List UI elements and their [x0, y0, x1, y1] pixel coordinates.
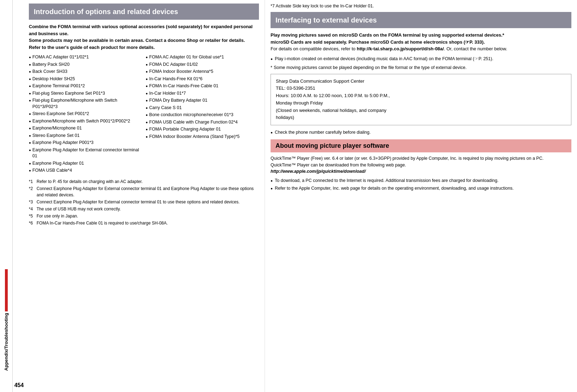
footnote-num: *5 [29, 213, 35, 219]
footnote-text: Refer to P. 45 for details on charging w… [37, 178, 142, 185]
list-item: Stereo Earphone Set P001*2 [29, 111, 142, 117]
footnote-text: FOMA In-Car Hands-Free Cable 01 is requi… [37, 220, 168, 226]
right-section-header: Interfacing to external devices [271, 12, 571, 28]
sidebar-accent-bar [5, 269, 8, 311]
list-item: FOMA USB Cable*4 [29, 167, 142, 174]
list-item: Battery Pack SH20 [29, 62, 142, 68]
left-section-header: Introduction of options and related devi… [29, 4, 259, 20]
list-item: Carry Case S 01 [146, 105, 259, 111]
left-section-title: Introduction of options and related devi… [34, 7, 254, 16]
list-item: Earphone Terminal P001*2 [29, 83, 142, 89]
info-box: Sharp Data Communication Support Center … [271, 74, 571, 126]
about-title: About moving picture player software [275, 142, 566, 150]
footnote-num: *3 [29, 199, 35, 205]
asterisk-marker: * [271, 65, 272, 71]
list-item: FOMA Dry Battery Adapter 01 [146, 97, 259, 104]
footnote-4: *4 The use of USB HUB may not work corre… [29, 206, 259, 212]
list-item: FOMA Portable Charging Adapter 01 [146, 126, 259, 133]
about-header: About moving picture player software [271, 139, 571, 152]
info-line-1: Sharp Data Communication Support Center [276, 78, 566, 85]
list-item: In-Car Holder 01*7 [146, 90, 259, 97]
about-text: QuickTime™ Player (Free) ver. 6.4 or lat… [271, 156, 544, 167]
footnote-3: *3 Connect Earphone Plug Adapter for Ext… [29, 199, 259, 205]
footnote-text: Connect Earphone Plug Adapter for Extern… [37, 199, 240, 205]
main-content: Introduction of options and related devi… [25, 0, 577, 392]
right-intro-line1: Play moving pictures saved on microSD Ca… [271, 32, 504, 38]
footnotes-block: *1 Refer to P. 45 for details on chargin… [29, 178, 259, 226]
options-list-right: FOMA AC Adapter 01 for Global use*1 FOMA… [146, 54, 259, 175]
footnote-text: For use only in Japan. [37, 213, 78, 219]
right-column: *7 Activate Side key lock to use the In-… [265, 0, 577, 392]
asterisk-text: Some moving pictures cannot be played de… [274, 65, 467, 71]
list-item: FOMA USB Cable with Charge Function 02*4 [146, 119, 259, 126]
sidebar: Appendix/Troubleshooting [0, 0, 13, 392]
options-list-left: FOMA AC Adapter 01*1/02*1 Battery Pack S… [29, 54, 142, 175]
list-item: Desktop Holder SH25 [29, 76, 142, 82]
list-item: Flat-plug Earphone/Microphone with Switc… [29, 97, 142, 110]
list-item: Earphone Plug Adapter for External conne… [29, 147, 142, 159]
footnote-text: The use of USB HUB may not work correctl… [37, 206, 121, 212]
about-section: About moving picture player software Qui… [271, 139, 571, 191]
page-number: 454 [14, 382, 24, 388]
list-item: Bone conduction microphone/receiver 01*3 [146, 112, 259, 118]
list-item: FOMA AC Adapter 01*1/02*1 [29, 54, 142, 61]
list-item: FOMA DC Adapter 01/02 [146, 62, 259, 68]
check-bullets: Check the phone number carefully before … [271, 129, 571, 136]
asterisk-note: * Some moving pictures cannot be played … [271, 65, 571, 71]
list-item: FOMA AC Adapter 01 for Global use*1 [146, 54, 259, 61]
about-url: http://www.apple.com/jp/quicktime/downlo… [271, 169, 366, 174]
info-line-5: (Closed on weekends, national holidays, … [276, 107, 566, 114]
info-line-3: Hours: 10:00 A.M. to 12:00 noon, 1:00 P.… [276, 92, 566, 100]
right-intro-block: Play moving pictures saved on microSD Ca… [271, 32, 571, 52]
left-column: Introduction of options and related devi… [25, 0, 265, 392]
list-item: Earphone Plug Adapter P001*3 [29, 140, 142, 146]
footnote-1: *1 Refer to P. 45 for details on chargin… [29, 178, 259, 185]
footnote-2: *2 Connect Earphone Plug Adapter for Ext… [29, 185, 259, 198]
check-bullet-item: Check the phone number carefully before … [271, 129, 571, 136]
intro-text-block: Combine the FOMA terminal with various o… [29, 23, 259, 51]
footnote-6: *6 FOMA In-Car Hands-Free Cable 01 is re… [29, 220, 259, 226]
footnote-5: *5 For use only in Japan. [29, 213, 259, 219]
bullet-item: Play i-motion created on external device… [271, 56, 571, 62]
list-item: Stereo Earphone Set 01 [29, 133, 142, 139]
list-item: Earphone/Microphone with Switch P001*2/P… [29, 118, 142, 125]
info-line-4: Monday through Friday [276, 100, 566, 107]
right-intro-line2: microSD Cards are sold separately. Purch… [271, 39, 485, 45]
intro-line-2: Some products may not be available in ce… [29, 38, 245, 43]
footnote-num: *6 [29, 220, 35, 226]
list-item: Earphone Plug Adapter 01 [29, 160, 142, 167]
list-item: Flat-plug Stereo Earphone Set P01*3 [29, 90, 142, 97]
options-list: FOMA AC Adapter 01*1/02*1 Battery Pack S… [29, 54, 259, 175]
right-intro-line3: For details on compatible devices, refer… [271, 46, 507, 51]
intro-line-3: Refer to the user's guide of each produc… [29, 45, 155, 50]
about-content-block: QuickTime™ Player (Free) ver. 6.4 or lat… [271, 155, 571, 175]
sidebar-label: Appendix/Troubleshooting [4, 313, 9, 371]
footnote-text: Connect Earphone Plug Adapter for Extern… [37, 185, 259, 198]
list-item: Back Cover SH33 [29, 69, 142, 75]
footnote-num: *4 [29, 206, 35, 212]
page-number-area: 454 [13, 0, 25, 392]
about-bullet-2: Refer to the Apple Computer, Inc. web pa… [271, 185, 571, 192]
list-item: FOMA Indoor Booster Antenna*5 [146, 69, 259, 75]
about-bullets: To download, a PC connected to the Inter… [271, 178, 571, 191]
list-item: FOMA Indoor Booster Antenna (Stand Type)… [146, 134, 259, 140]
intro-line-1: Combine the FOMA terminal with various o… [29, 24, 253, 36]
footnote-num: *1 [29, 178, 35, 185]
right-bullets: Play i-motion created on external device… [271, 56, 571, 62]
right-section-title: Interfacing to external devices [275, 15, 566, 25]
list-item: In-Car Hands-Free Kit 01*6 [146, 76, 259, 82]
info-line-6: holidays) [276, 114, 566, 121]
list-item: FOMA In-Car Hands-Free Cable 01 [146, 83, 259, 89]
about-bullet-1: To download, a PC connected to the Inter… [271, 178, 571, 184]
info-line-2: TEL: 03-5396-2351 [276, 85, 566, 92]
list-item: Earphone/Microphone 01 [29, 125, 142, 132]
top-note: *7 Activate Side key lock to use the In-… [271, 4, 571, 8]
footnote-num: *2 [29, 185, 35, 198]
